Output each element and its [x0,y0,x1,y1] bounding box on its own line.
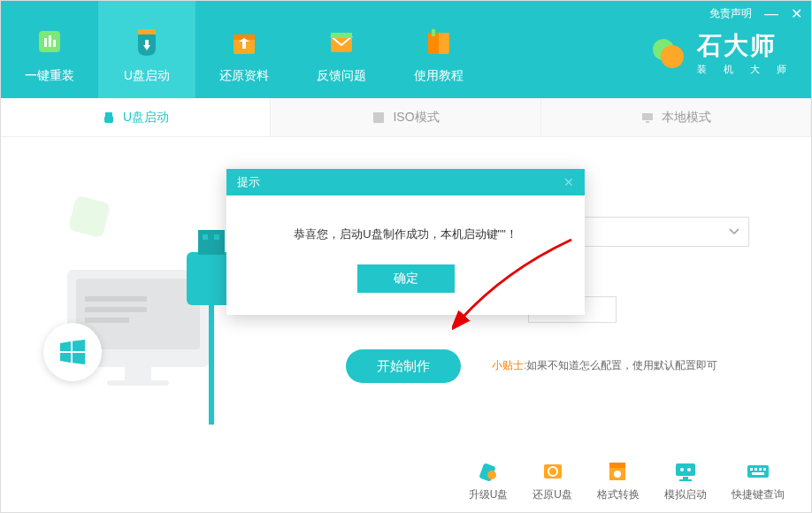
modal-ok-button[interactable]: 确定 [357,264,455,293]
modal-overlay: 提示 ✕ 恭喜您，启动U盘制作成功，本机启动键""！ 确定 [1,1,811,512]
modal-close-button[interactable]: ✕ [563,175,574,189]
modal-message: 恭喜您，启动U盘制作成功，本机启动键""！ [226,195,585,264]
success-dialog: 提示 ✕ 恭喜您，启动U盘制作成功，本机启动键""！ 确定 [226,169,585,315]
modal-title-text: 提示 [237,174,260,190]
